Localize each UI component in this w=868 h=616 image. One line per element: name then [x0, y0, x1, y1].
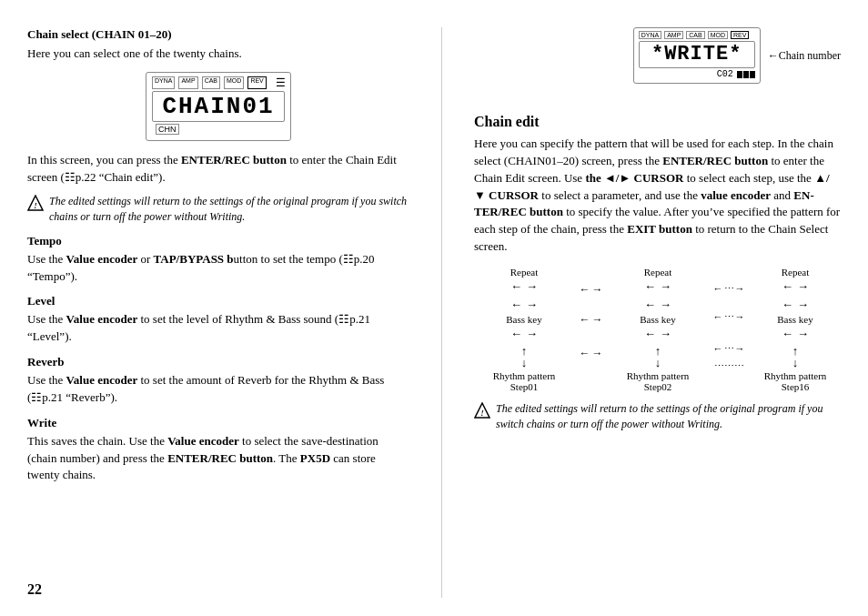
warning-triangle-icon-2: ! — [474, 402, 490, 419]
conn2-dot5: ⋯ — [724, 311, 734, 323]
c-ind-menu: ☰ — [274, 76, 288, 89]
chain-number-line: ← Chain number — [768, 49, 841, 63]
ind-mod: MOD — [708, 31, 728, 39]
step16-horiz-arrows-bot: ← → — [782, 327, 809, 341]
step16-vert-arrows: ↑ ↓ — [792, 345, 799, 369]
step01-arrow-down: ↓ — [521, 357, 528, 369]
conn2-bot-dots: ← ⋯ → — [713, 343, 745, 355]
conn2-dot9: → — [735, 343, 745, 355]
lcd-write-body: *WRITE* — [639, 41, 755, 68]
conn2-dots-label: ⋯⋯⋯ — [714, 360, 744, 372]
lcd-chain-chn: CHN — [156, 124, 179, 135]
chain-select-heading: Chain select (CHAIN 01–20) — [27, 27, 409, 42]
conn2-dot8: ⋯ — [724, 343, 734, 355]
conn1-arr-left3: ← — [580, 347, 590, 360]
step02-arrow-right-mid: → — [660, 298, 671, 312]
warning-box-1: ! The edited settings will return to the… — [27, 194, 409, 225]
step02-horiz-arrows-bot: ← → — [644, 327, 671, 341]
step16-arrow-right-bot: → — [797, 327, 809, 341]
conn2-mid-dots: ← ⋯ → — [713, 311, 745, 323]
step01-arrow-left-top: ← — [510, 279, 522, 294]
step01-rhythm-label: Rhythm pattern — [493, 370, 556, 381]
chain-val-bold: value encoder — [701, 188, 771, 202]
step01-vert-arrows: ↑ ↓ — [521, 345, 528, 369]
step02-vert-arrows: ↑ ↓ — [655, 345, 661, 369]
svg-text:!: ! — [34, 201, 37, 210]
step01-arrow-up: ↑ — [521, 345, 528, 357]
column-divider — [441, 27, 442, 598]
conn2-dot2: ⋯ — [724, 283, 734, 295]
step01-col: Repeat ← → ← → Bass key ← → ↑ — [474, 267, 574, 392]
ind-dyna: DYNA — [639, 31, 661, 39]
page: Chain select (CHAIN 01–20) Here you can … — [0, 0, 868, 616]
c-ind-cab: CAB — [202, 76, 220, 89]
step01-arrow-right-top: → — [526, 279, 538, 294]
step02-horiz-arrows-mid: ← → — [644, 298, 671, 312]
step16-arrow-right-top: → — [797, 279, 809, 294]
c-ind-rev: REV — [247, 76, 266, 89]
write-bold2: ENTER/REC button — [167, 451, 273, 465]
warning-icon-2: ! — [474, 402, 490, 419]
tempo-bold1: Value encoder — [66, 252, 138, 266]
chain-number-arrow: ← — [768, 49, 779, 63]
step16-step-label: Step16 — [782, 381, 810, 392]
level-bold1: Value encoder — [66, 312, 138, 326]
c-ind-mod: MOD — [224, 76, 244, 89]
step02-arrow-right-top: → — [660, 279, 671, 294]
level-text: Use the Value encoder to set the level o… — [27, 311, 409, 346]
connector-1-2: ← → ← → ← → — [580, 267, 603, 360]
warning-text-2: The edited settings will return to the s… — [496, 401, 841, 433]
ind-amp: AMP — [664, 31, 683, 39]
warning-box-2: ! The edited settings will return to the… — [474, 401, 841, 433]
conn1-arr-right2: → — [592, 313, 603, 327]
left-column: Chain select (CHAIN 01–20) Here you can … — [27, 27, 419, 598]
step02-arrow-left-top: ← — [644, 279, 656, 294]
c-ind-dyna: DYNA — [152, 76, 175, 89]
write-text: This saves the chain. Use the Value enco… — [27, 433, 409, 485]
step02-col: Repeat ← → ← → Bass key ← → ↑ — [608, 267, 708, 392]
step01-horiz-arrows-top: ← → — [510, 279, 538, 294]
lcd-write-display: DYNA AMP CAB MOD REV *WRITE* C02 ← Chain… — [633, 27, 841, 84]
lcd-write-c02: C02 — [717, 69, 733, 79]
tempo-heading: Tempo — [27, 234, 409, 248]
step02-step-label: Step02 — [644, 381, 672, 392]
lcd-write-bar — [737, 71, 755, 78]
conn2-dot3: → — [735, 283, 745, 295]
reverb-heading: Reverb — [27, 355, 409, 369]
conn1-arr-right3: → — [592, 347, 603, 360]
diagram-row: Repeat ← → ← → Bass key ← → ↑ — [474, 267, 841, 392]
step02-basskey-label: Bass key — [640, 314, 675, 325]
step16-horiz-arrows-mid: ← → — [782, 298, 809, 312]
step16-arrow-left-mid: ← — [782, 298, 793, 312]
conn2-dot1: ← — [713, 283, 723, 295]
write-bold1: Value encoder — [167, 434, 239, 448]
chain-cursor-bold: the ◄/► CURSOR — [585, 171, 683, 185]
step-diagram: Repeat ← → ← → Bass key ← → ↑ — [474, 267, 841, 392]
lcd-chain-container: DYNA AMP CAB MOD REV ☰ CHAIN01 CHN — [27, 72, 409, 142]
step02-arrow-left-bot: ← — [644, 327, 656, 341]
reverb-text: Use the Value encoder to set the amount … — [27, 372, 409, 407]
step16-horiz-arrows-top: ← → — [782, 279, 809, 294]
right-column: Chain edit Here you can specify the patt… — [465, 27, 841, 598]
step01-step-label: Step01 — [510, 381, 539, 392]
step02-repeat-label: Repeat — [644, 267, 672, 278]
c-ind-amp: AMP — [178, 76, 197, 89]
step16-basskey-label: Bass key — [777, 314, 812, 325]
conn1-arr-left2: ← — [580, 313, 590, 327]
svg-text:!: ! — [480, 408, 484, 417]
chain-enter-bold1: ENTER/REC button — [662, 154, 768, 167]
step16-arrow-up: ↑ — [792, 345, 799, 357]
conn1-top-arrows: ← → — [580, 283, 603, 297]
conn2-dot6: → — [735, 311, 745, 323]
chain-select-desc: Here you can select one of the twenty ch… — [27, 45, 409, 63]
lcd-chain-box: DYNA AMP CAB MOD REV ☰ CHAIN01 CHN — [146, 72, 291, 142]
step02-arrow-left-mid: ← — [644, 298, 656, 312]
step16-col: Repeat ← → ← → Bass key ← → ↑ — [750, 267, 841, 392]
step02-horiz-arrows-top: ← → — [644, 279, 671, 294]
warning-triangle-icon: ! — [27, 195, 44, 211]
level-heading: Level — [27, 294, 409, 308]
warning-text-1: The edited settings will return to the s… — [49, 194, 409, 225]
chain-exit-bold: EXIT button — [627, 222, 692, 236]
step01-basskey-label: Bass key — [506, 314, 541, 325]
lcd-chain-body: CHAIN01 — [152, 91, 285, 123]
